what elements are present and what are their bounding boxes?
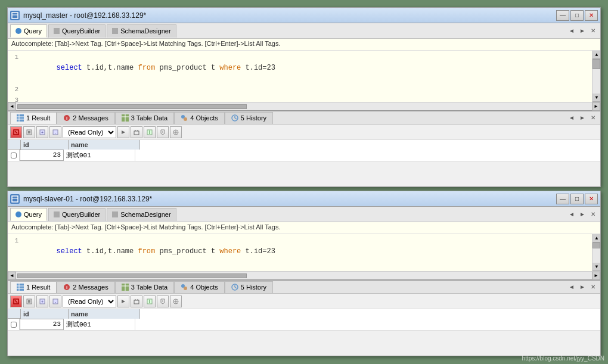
minimize-button-1[interactable]: — — [556, 10, 569, 21]
toolbar-btn-red-2[interactable] — [10, 295, 22, 307]
tab-schemadesigner-1[interactable]: SchemaDesigner — [107, 24, 176, 38]
minimize-button-2[interactable]: — — [556, 194, 569, 204]
result-tab-prev-1[interactable]: ◄ — [567, 113, 576, 123]
hscroll-2[interactable]: ◄ ► — [8, 271, 600, 279]
toolbar-btn-7[interactable] — [144, 126, 156, 138]
result-tab-result-2[interactable]: 1 Result — [10, 281, 57, 293]
toolbar-btn-7-2[interactable] — [144, 295, 156, 307]
editor-line-3: 3 — [8, 95, 600, 102]
hscroll-1[interactable]: ◄ ► — [8, 102, 600, 110]
toolbar-btn-5-2[interactable] — [117, 295, 129, 307]
row-checkbox-input-2[interactable] — [11, 322, 17, 328]
result-tab-objects-1[interactable]: 4 Objects — [174, 112, 224, 124]
tab-query-2[interactable]: Query — [10, 208, 47, 221]
hscroll-right-2[interactable]: ► — [592, 272, 600, 280]
result-tab-prev-2[interactable]: ◄ — [567, 282, 576, 292]
editor-vscroll-1[interactable]: ▲ ▼ — [592, 51, 600, 102]
result-tab-result-1[interactable]: 1 Result — [10, 112, 57, 124]
maximize-button-2[interactable]: □ — [570, 194, 584, 204]
toolbar-btn-9-2[interactable] — [170, 295, 182, 307]
autocomplete-bar-1: Autocomplete: [Tab]->Next Tag. [Ctrl+Spa… — [8, 39, 600, 51]
toolbar-btn-5[interactable] — [117, 126, 129, 138]
result-icon-1 — [17, 114, 24, 122]
result-tab-next-1[interactable]: ► — [578, 113, 587, 123]
editor-line-1: 1 select t.id,t.name from pms_product t … — [8, 52, 600, 84]
svg-marker-59 — [122, 300, 125, 303]
result-tab-nav-1: ◄ ► ✕ — [567, 113, 598, 123]
result-tab-history-1[interactable]: 5 History — [225, 112, 273, 124]
toolbar-select-2[interactable]: (Read Only) — [63, 295, 116, 307]
query-tab-icon-1 — [15, 28, 21, 34]
tab-prev-2[interactable]: ◄ — [567, 210, 576, 219]
result-tab-tabledata-2[interactable]: 3 Table Data — [115, 281, 175, 293]
result-tab-close-2[interactable]: ✕ — [588, 282, 598, 292]
svg-point-12 — [184, 117, 187, 121]
schemadesigner-tab-icon-2 — [112, 211, 118, 217]
toolbar-btn-red-1[interactable] — [10, 126, 22, 138]
tab-close-1[interactable]: ✕ — [588, 26, 598, 36]
tab-querybuilder-1[interactable]: QueryBuilder — [48, 24, 106, 38]
tab-schemadesigner-2[interactable]: SchemaDesigner — [107, 208, 176, 221]
editor-1[interactable]: 1 select t.id,t.name from pms_product t … — [8, 51, 600, 102]
window-mysql-master: mysql_master - root@192.168.33.129* — □ … — [7, 7, 601, 187]
toolbar-btn-2-2[interactable] — [23, 295, 35, 307]
hscroll-track-1[interactable] — [17, 104, 591, 109]
toolbar-btn-6-2[interactable] — [131, 295, 142, 307]
vscroll-down-1[interactable]: ▼ — [593, 94, 600, 102]
vscroll-track-2[interactable] — [593, 242, 600, 263]
hscroll-left-2[interactable]: ◄ — [8, 272, 16, 280]
toolbar-btn-9[interactable] — [170, 126, 182, 138]
editor-2[interactable]: 1 select t.id,t.name from pms_product t … — [8, 234, 600, 271]
toolbar-btn-4-2[interactable]: - — [49, 295, 61, 307]
title-bar-buttons-1: — □ ✕ — [556, 10, 598, 21]
row-checkbox-2[interactable] — [8, 319, 20, 330]
vscroll-track-1[interactable] — [593, 59, 600, 94]
maximize-button-1[interactable]: □ — [570, 10, 584, 21]
svg-text:i: i — [66, 285, 67, 290]
toolbar-btn-3-2[interactable]: + — [36, 295, 48, 307]
svg-line-50 — [235, 287, 237, 288]
result-tab-history-2[interactable]: 5 History — [225, 281, 273, 293]
messages-icon-1: i — [63, 114, 70, 122]
vscroll-down-2[interactable]: ▼ — [593, 263, 600, 271]
close-button-1[interactable]: ✕ — [585, 10, 598, 21]
tab-close-2[interactable]: ✕ — [588, 210, 598, 219]
hscroll-right-1[interactable]: ► — [592, 102, 600, 111]
grid-cell-name-1: 测试001 — [64, 150, 135, 161]
editor-vscroll-2[interactable]: ▲ ▼ — [592, 234, 600, 271]
toolbar-btn-8-2[interactable] — [157, 295, 169, 307]
close-button-2[interactable]: ✕ — [585, 194, 598, 204]
tab-prev-1[interactable]: ◄ — [567, 26, 576, 36]
toolbar-btn-8[interactable] — [157, 126, 169, 138]
tab-bar-2: Query QueryBuilder SchemaDesigner ◄ ► ✕ — [8, 207, 600, 222]
toolbar-btn-6[interactable] — [131, 126, 142, 138]
tab-next-2[interactable]: ► — [578, 210, 587, 219]
grid-col-name-2: name — [69, 309, 140, 319]
row-checkbox-1[interactable] — [8, 150, 20, 161]
result-tab-messages-2[interactable]: i 2 Messages — [57, 281, 114, 293]
tab-query-1[interactable]: Query — [10, 24, 47, 38]
row-checkbox-input-1[interactable] — [11, 153, 17, 158]
toolbar-select-1[interactable]: (Read Only) — [63, 126, 116, 138]
result-tab-objects-2[interactable]: 4 Objects — [174, 281, 224, 293]
schemadesigner-tab-icon-1 — [112, 28, 118, 34]
result-tab-close-1[interactable]: ✕ — [588, 113, 598, 123]
result-tab-messages-1[interactable]: i 2 Messages — [57, 112, 114, 124]
hscroll-track-2[interactable] — [17, 273, 591, 278]
vscroll-up-1[interactable]: ▲ — [593, 51, 600, 59]
result-tab-next-2[interactable]: ► — [578, 282, 587, 292]
result-tab-tabledata-1[interactable]: 3 Table Data — [115, 112, 175, 124]
svg-point-47 — [184, 287, 187, 290]
toolbar-1: + - (Read Only) — [8, 125, 600, 140]
toolbar-btn-2[interactable] — [23, 126, 35, 138]
toolbar-btn-3[interactable]: + — [36, 126, 48, 138]
tabledata-icon-2 — [122, 284, 129, 291]
querybuilder-tab-icon-1 — [54, 28, 60, 34]
vscroll-up-2[interactable]: ▲ — [593, 234, 600, 242]
window-title-2: mysql-slaver-01 - root@192.168.33.129* — [23, 195, 556, 203]
tab-querybuilder-2[interactable]: QueryBuilder — [48, 208, 106, 221]
tabledata-icon-1 — [122, 114, 129, 122]
hscroll-left-1[interactable]: ◄ — [8, 102, 16, 111]
tab-next-1[interactable]: ► — [578, 26, 587, 36]
toolbar-btn-4[interactable]: - — [49, 126, 61, 138]
